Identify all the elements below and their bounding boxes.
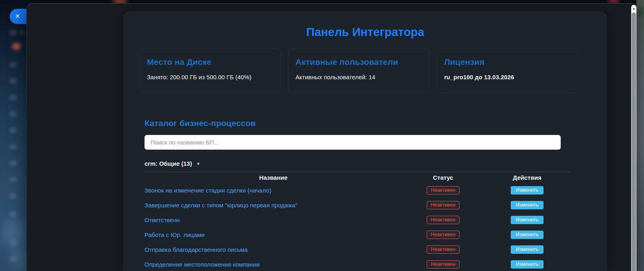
blurred-sidebar-icon — [19, 31, 25, 34]
scrollbar-thumb[interactable] — [632, 12, 636, 271]
integrator-panel-content: Панель Интегратора Место на Диске Занято… — [123, 11, 607, 271]
bp-catalog-section: Каталог бизнес-процессов crm: Общие (13)… — [144, 118, 570, 271]
table-header-row: Название Статус Действия — [144, 172, 570, 183]
catalog-title: Каталог бизнес-процессов — [144, 118, 570, 128]
close-icon: ✕ — [15, 13, 20, 20]
blurred-background-glow — [2, 218, 24, 248]
blurred-sidebar-icon — [10, 161, 16, 166]
chevron-down-icon: ▼ — [196, 161, 201, 166]
column-header-name: Название — [144, 174, 402, 181]
edit-button[interactable]: Изменить — [511, 186, 544, 195]
column-header-actions: Действия — [484, 174, 570, 181]
blurred-right-background — [636, 0, 644, 271]
blurred-sidebar-icon — [10, 62, 16, 67]
stats-cards: Место на Диске Занято: 200.00 ГБ из 500.… — [140, 48, 578, 93]
blurred-sidebar-icon — [10, 177, 16, 182]
table-body: Звонок на изменение стадии сделки (начал… — [144, 183, 570, 271]
table-row: Работа с Юр. лицами Неактивен Изменить — [144, 227, 570, 242]
edit-button[interactable]: Изменить — [511, 231, 544, 239]
status-badge: Неактивен — [427, 201, 459, 209]
bp-name-link[interactable]: Определение местоположения компании — [144, 261, 260, 268]
edit-button[interactable]: Изменить — [511, 260, 544, 269]
scroll-up-arrow-icon[interactable]: ▲ — [631, 6, 636, 12]
blurred-sidebar-icon — [10, 128, 16, 133]
table-row: Звонок на изменение стадии сделки (начал… — [144, 183, 570, 198]
stat-card-title: Лицензия — [444, 57, 571, 67]
edit-button[interactable]: Изменить — [511, 201, 544, 209]
page-title: Панель Интегратора — [123, 24, 607, 40]
blurred-notification-dot — [12, 43, 21, 50]
bp-name-link[interactable]: Завершение сделки с типом "юрлицо первая… — [144, 202, 297, 209]
stat-card-title: Активные пользователи — [295, 57, 422, 67]
bp-name-link[interactable]: Ответственн — [144, 217, 180, 223]
blurred-sidebar-icon — [10, 95, 16, 100]
status-badge: Неактивен — [427, 245, 459, 254]
blurred-sidebar-icon — [10, 144, 16, 149]
stat-card-value: ru_pro100 до 13.03.2026 — [444, 74, 571, 80]
scrollbar[interactable]: ▲ — [631, 5, 636, 271]
stat-card-value: Активных пользователей: 14 — [295, 74, 422, 80]
blurred-sidebar-icon — [10, 78, 16, 84]
blurred-sidebar-icon — [10, 30, 16, 35]
blurred-top-blob-red — [608, 0, 620, 3]
bp-name-link[interactable]: Работа с Юр. лицами — [144, 231, 205, 238]
table-row: Ответственн Неактивен Изменить — [144, 213, 570, 227]
bp-group-label: crm: Общие (13) — [144, 160, 192, 167]
table-row: Завершение сделки с типом "юрлицо первая… — [144, 198, 570, 213]
table-row: Отправка благодарственного письма Неакти… — [144, 242, 570, 257]
stat-card-value: Занято: 200.00 ГБ из 500.00 ГБ (40%) — [147, 74, 273, 80]
bp-group-toggle[interactable]: crm: Общие (13) ▼ — [144, 160, 201, 167]
search-input[interactable] — [144, 135, 561, 150]
stat-card: Лицензия ru_pro100 до 13.03.2026 — [437, 48, 578, 93]
blurred-sidebar-icon — [10, 211, 16, 217]
stat-card: Место на Диске Занято: 200.00 ГБ из 500.… — [140, 48, 281, 93]
blurred-sidebar-icon — [10, 193, 16, 199]
status-badge: Неактивен — [427, 216, 459, 224]
integrator-panel-modal: Панель Интегратора Место на Диске Занято… — [26, 3, 636, 271]
status-badge: Неактивен — [427, 186, 459, 195]
status-badge: Неактивен — [427, 260, 459, 269]
stat-card: Активные пользователи Активных пользоват… — [288, 48, 429, 93]
blurred-right-blob-green — [638, 6, 644, 17]
status-badge: Неактивен — [427, 231, 459, 239]
table-row: Определение местоположения компании Неак… — [144, 257, 570, 271]
column-header-status: Статус — [402, 174, 484, 181]
bp-name-link[interactable]: Отправка благодарственного письма — [144, 246, 248, 253]
edit-button[interactable]: Изменить — [511, 245, 544, 254]
bp-name-link[interactable]: Звонок на изменение стадии сделки (начал… — [144, 187, 271, 194]
blurred-sidebar-icon — [10, 111, 16, 116]
stat-card-title: Место на Диске — [147, 57, 273, 67]
edit-button[interactable]: Изменить — [511, 216, 544, 224]
